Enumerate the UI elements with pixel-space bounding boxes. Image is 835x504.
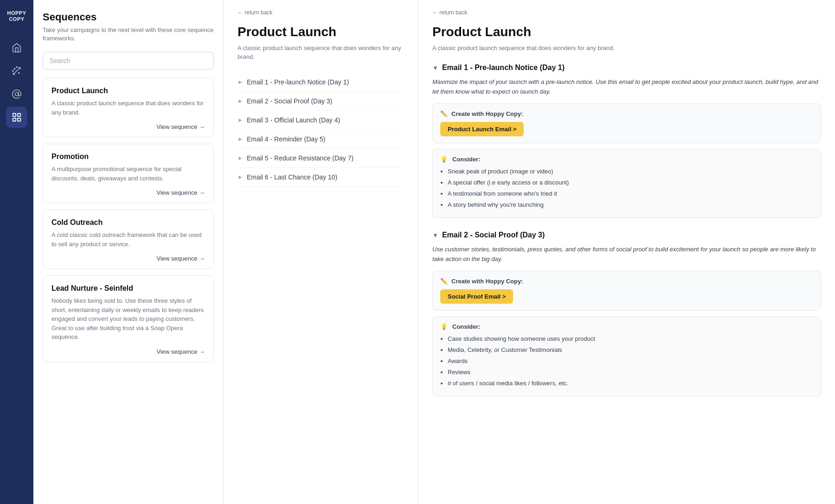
consider-list: Sneak peak of product (image or video)A … bbox=[440, 166, 813, 210]
email-section-title: Email 1 - Pre-launch Notice (Day 1) bbox=[442, 64, 565, 72]
email-list: ►Email 1 - Pre-launch Notice (Day 1)►Ema… bbox=[238, 73, 404, 187]
view-sequence-link[interactable]: View sequence → bbox=[51, 189, 205, 196]
email-sections: ▼ Email 1 - Pre-launch Notice (Day 1) Ma… bbox=[432, 64, 821, 396]
svg-rect-9 bbox=[18, 118, 20, 121]
sidebar: HoppyCopy bbox=[0, 0, 33, 504]
svg-rect-7 bbox=[18, 114, 20, 116]
email-arrow-icon: ► bbox=[238, 98, 243, 104]
create-box: ✏️ Create with Hoppy Copy: Product Launc… bbox=[432, 103, 821, 143]
consider-label: Consider: bbox=[452, 156, 481, 163]
svg-point-4 bbox=[16, 67, 17, 68]
email-item-label: Email 3 - Official Launch (Day 4) bbox=[247, 116, 340, 124]
view-sequence-link[interactable]: View sequence → bbox=[51, 123, 205, 130]
nav-item-email[interactable] bbox=[6, 83, 27, 105]
sequence-overview-panel: ← return back Product Launch A classic p… bbox=[224, 0, 418, 504]
sequences-icon bbox=[12, 112, 22, 122]
consider-item: A story behind why you're launching bbox=[448, 200, 813, 210]
app-logo: HoppyCopy bbox=[7, 10, 26, 22]
consider-box: 💡 Consider: Sneak peak of product (image… bbox=[432, 149, 821, 218]
create-box: ✏️ Create with Hoppy Copy: Social Proof … bbox=[432, 271, 821, 311]
email-arrow-icon: ► bbox=[238, 155, 243, 161]
email-arrow-icon: ► bbox=[238, 79, 243, 85]
middle-return-back[interactable]: ← return back bbox=[238, 9, 404, 16]
middle-panel-desc: A classic product launch sequence that d… bbox=[238, 44, 404, 62]
consider-list: Case studies showing how someone uses yo… bbox=[440, 334, 813, 389]
consider-header: 💡 Consider: bbox=[440, 156, 813, 163]
email-section-body: Maximize the impact of your launch with … bbox=[432, 77, 821, 97]
nav-item-home[interactable] bbox=[6, 37, 27, 58]
consider-item: Reviews bbox=[448, 367, 813, 377]
nav-item-sequences[interactable] bbox=[6, 107, 27, 128]
sequence-card-promotion[interactable]: Promotion A multipurpose promotional seq… bbox=[43, 144, 214, 203]
svg-rect-8 bbox=[13, 118, 16, 121]
sequence-card-lead-nurture[interactable]: Lead Nurture - Seinfeld Nobody likes bei… bbox=[43, 275, 214, 362]
consider-item: Case studies showing how someone uses yo… bbox=[448, 334, 813, 344]
card-title: Cold Outreach bbox=[51, 218, 205, 227]
logo-area: HoppyCopy bbox=[0, 0, 33, 32]
nav-icons bbox=[0, 32, 33, 133]
email-list-item-4[interactable]: ►Email 4 - Reminder (Day 5) bbox=[238, 130, 404, 149]
detail-return-back[interactable]: ← return back bbox=[432, 9, 821, 16]
create-button[interactable]: Social Proof Email > bbox=[440, 289, 513, 304]
email-list-item-5[interactable]: ►Email 5 - Reduce Resistance (Day 7) bbox=[238, 149, 404, 168]
pencil-icon: ✏️ bbox=[440, 110, 448, 117]
create-label: ✏️ Create with Hoppy Copy: bbox=[440, 110, 813, 117]
svg-rect-6 bbox=[13, 114, 16, 116]
email-section-title: Email 2 - Social Proof (Day 3) bbox=[442, 231, 545, 239]
svg-point-3 bbox=[13, 70, 13, 71]
email-section-2: ▼ Email 2 - Social Proof (Day 3) Use cus… bbox=[432, 231, 821, 396]
email-item-label: Email 5 - Reduce Resistance (Day 7) bbox=[247, 154, 353, 162]
home-icon bbox=[12, 43, 22, 53]
sequence-card-cold-outreach[interactable]: Cold Outreach A cold classic cold outrea… bbox=[43, 210, 214, 269]
email-section-header[interactable]: ▼ Email 1 - Pre-launch Notice (Day 1) bbox=[432, 64, 821, 72]
view-sequence-link[interactable]: View sequence → bbox=[51, 255, 205, 262]
detail-panel-title: Product Launch bbox=[432, 24, 821, 40]
chevron-icon: ▼ bbox=[432, 64, 438, 71]
nav-item-magic[interactable] bbox=[6, 60, 27, 82]
consider-item: Awards bbox=[448, 356, 813, 366]
email-arrow-icon: ► bbox=[238, 117, 243, 123]
lightbulb-icon: 💡 bbox=[440, 156, 448, 163]
card-title: Lead Nurture - Seinfeld bbox=[51, 284, 205, 293]
create-button[interactable]: Product Launch Email > bbox=[440, 122, 524, 136]
consider-item: Sneak peak of product (image or video) bbox=[448, 166, 813, 177]
middle-panel-title: Product Launch bbox=[238, 24, 404, 40]
create-label-text: Create with Hoppy Copy: bbox=[451, 110, 523, 117]
sequences-panel: Sequences Take your campaigns to the nex… bbox=[33, 0, 224, 504]
email-item-label: Email 4 - Reminder (Day 5) bbox=[247, 135, 326, 143]
consider-item: Media, Celebrity, or Customer Testimonia… bbox=[448, 345, 813, 355]
search-input[interactable] bbox=[43, 52, 214, 70]
sequence-card-product-launch[interactable]: Product Launch A classic product launch … bbox=[43, 78, 214, 137]
email-arrow-icon: ► bbox=[238, 136, 243, 142]
card-desc: A classic product launch sequence that d… bbox=[51, 99, 205, 117]
card-desc: A multipurpose promotional sequence for … bbox=[51, 165, 205, 183]
magic-icon bbox=[12, 66, 22, 76]
email-section-1: ▼ Email 1 - Pre-launch Notice (Day 1) Ma… bbox=[432, 64, 821, 218]
sequence-detail-panel: ← return back Product Launch A classic p… bbox=[418, 0, 835, 504]
consider-label: Consider: bbox=[452, 323, 481, 330]
create-label-text: Create with Hoppy Copy: bbox=[451, 278, 523, 285]
lightbulb-icon: 💡 bbox=[440, 323, 448, 330]
email-section-header[interactable]: ▼ Email 2 - Social Proof (Day 3) bbox=[432, 231, 821, 239]
consider-item: A testimonial from someone who's tried i… bbox=[448, 189, 813, 199]
sequences-title: Sequences bbox=[43, 11, 214, 23]
view-sequence-link[interactable]: View sequence → bbox=[51, 348, 205, 355]
consider-header: 💡 Consider: bbox=[440, 323, 813, 330]
email-item-label: Email 2 - Social Proof (Day 3) bbox=[247, 97, 332, 105]
at-icon bbox=[12, 89, 22, 99]
consider-item: # of users / social media likes / follow… bbox=[448, 378, 813, 389]
card-title: Product Launch bbox=[51, 87, 205, 95]
svg-point-1 bbox=[14, 69, 15, 70]
email-list-item-3[interactable]: ►Email 3 - Official Launch (Day 4) bbox=[238, 111, 404, 130]
email-item-label: Email 6 - Last Chance (Day 10) bbox=[247, 173, 337, 181]
email-list-item-1[interactable]: ►Email 1 - Pre-launch Notice (Day 1) bbox=[238, 73, 404, 92]
email-list-item-2[interactable]: ►Email 2 - Social Proof (Day 3) bbox=[238, 92, 404, 111]
email-section-body: Use customer stories, testimonials, pres… bbox=[432, 245, 821, 264]
svg-point-5 bbox=[15, 92, 18, 96]
sequences-subtitle: Take your campaigns to the next level wi… bbox=[43, 26, 214, 43]
create-label: ✏️ Create with Hoppy Copy: bbox=[440, 278, 813, 285]
card-desc: A cold classic cold outreach framework t… bbox=[51, 230, 205, 249]
email-list-item-6[interactable]: ►Email 6 - Last Chance (Day 10) bbox=[238, 168, 404, 187]
pencil-icon: ✏️ bbox=[440, 278, 448, 285]
consider-item: A special offer (i.e early access or a d… bbox=[448, 178, 813, 188]
